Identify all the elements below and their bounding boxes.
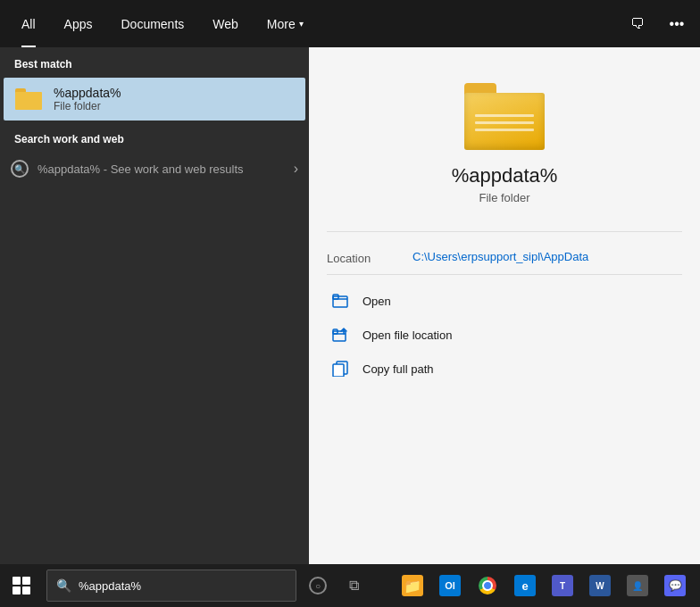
tab-web[interactable]: Web <box>198 0 253 47</box>
discord-icon: 💬 <box>664 575 686 596</box>
file-explorer-icon: 📁 <box>402 575 423 596</box>
right-content: %appdata% File folder Location C:\Users\… <box>309 47 700 395</box>
outlook-icon: Ol <box>439 575 461 596</box>
action-open-file-location-label: Open file location <box>362 328 452 342</box>
edge-icon: e <box>514 575 536 596</box>
windows-icon <box>12 577 30 595</box>
teams-icon: T <box>552 575 573 596</box>
nav-icons: 🗨 ••• <box>621 8 693 40</box>
location-label: Location <box>327 250 398 265</box>
task-view-icon: ⧉ <box>349 578 359 594</box>
more-chevron-icon: ▾ <box>299 19 304 29</box>
folder-icon-small <box>14 85 43 113</box>
action-copy-full-path-label: Copy full path <box>362 362 434 376</box>
location-section: Location C:\Users\erpsupport_sipl\AppDat… <box>309 232 700 274</box>
result-type: File folder <box>54 100 121 112</box>
cortana-button[interactable]: ○ <box>300 568 336 603</box>
file-explorer-button[interactable]: 📁 <box>395 568 430 603</box>
web-result-arrow-icon: › <box>294 161 298 177</box>
open-icon <box>330 291 350 311</box>
user-icon: 👤 <box>627 575 648 596</box>
nav-tabs: All Apps Documents Web More ▾ 🗨 ••• <box>0 0 700 47</box>
action-open-file-location[interactable]: Open file location <box>327 318 682 352</box>
large-folder-icon <box>464 83 545 150</box>
feedback-icon: 🗨 <box>630 16 645 32</box>
teams-button[interactable]: T <box>545 568 580 603</box>
start-menu: All Apps Documents Web More ▾ 🗨 ••• Best… <box>0 0 700 564</box>
svg-rect-5 <box>333 364 344 377</box>
taskbar-apps: 📁 Ol e T W 👤 💬 <box>395 568 693 603</box>
tab-all[interactable]: All <box>7 0 50 47</box>
search-web-label: Search work and web <box>0 121 309 153</box>
best-match-label: Best match <box>0 47 309 78</box>
action-open-label: Open <box>362 295 391 308</box>
taskbar-search[interactable]: 🔍 %appdata% <box>46 570 296 602</box>
tab-documents[interactable]: Documents <box>106 0 198 47</box>
right-subtitle: File folder <box>479 191 529 204</box>
main-content: Best match %appdata% File folder Search … <box>0 47 700 564</box>
right-panel: %appdata% File folder Location C:\Users\… <box>309 47 700 564</box>
user-button[interactable]: 👤 <box>620 568 655 603</box>
word-button[interactable]: W <box>582 568 618 603</box>
task-view-button[interactable]: ⧉ <box>336 568 371 603</box>
taskbar: 🔍 %appdata% ○ ⧉ 📁 Ol e T W 👤 <box>0 564 700 607</box>
outlook-button[interactable]: Ol <box>432 568 468 603</box>
chrome-icon <box>479 577 496 595</box>
right-title: %appdata% <box>452 164 558 187</box>
open-location-icon <box>330 325 350 345</box>
search-circle-icon: 🔍 <box>11 160 29 178</box>
actions-section: Open Open file location <box>309 275 700 395</box>
ellipsis-icon: ••• <box>670 16 685 32</box>
best-match-result[interactable]: %appdata% File folder <box>4 78 305 121</box>
location-value[interactable]: C:\Users\erpsupport_sipl\AppData <box>412 250 588 263</box>
result-name: %appdata% <box>54 86 121 100</box>
tab-more[interactable]: More ▾ <box>253 0 318 47</box>
left-panel: Best match %appdata% File folder Search … <box>0 47 309 564</box>
tab-apps[interactable]: Apps <box>50 0 107 47</box>
web-result-item[interactable]: 🔍 %appdata% - See work and web results › <box>0 153 309 185</box>
word-icon: W <box>589 575 611 596</box>
action-open[interactable]: Open <box>327 284 682 318</box>
start-button[interactable] <box>4 568 39 603</box>
copy-path-icon <box>330 359 350 378</box>
taskbar-search-text: %appdata% <box>79 579 141 593</box>
chrome-button[interactable] <box>470 568 505 603</box>
action-copy-full-path[interactable]: Copy full path <box>327 352 682 386</box>
ellipsis-button[interactable]: ••• <box>661 8 693 40</box>
feedback-button[interactable]: 🗨 <box>621 8 654 40</box>
discord-button[interactable]: 💬 <box>657 568 693 603</box>
edge-button[interactable]: e <box>507 568 543 603</box>
cortana-icon: ○ <box>309 577 327 595</box>
taskbar-search-icon: 🔍 <box>56 578 71 593</box>
web-result-text: %appdata% - See work and web results <box>38 162 294 176</box>
svg-rect-0 <box>333 296 347 307</box>
